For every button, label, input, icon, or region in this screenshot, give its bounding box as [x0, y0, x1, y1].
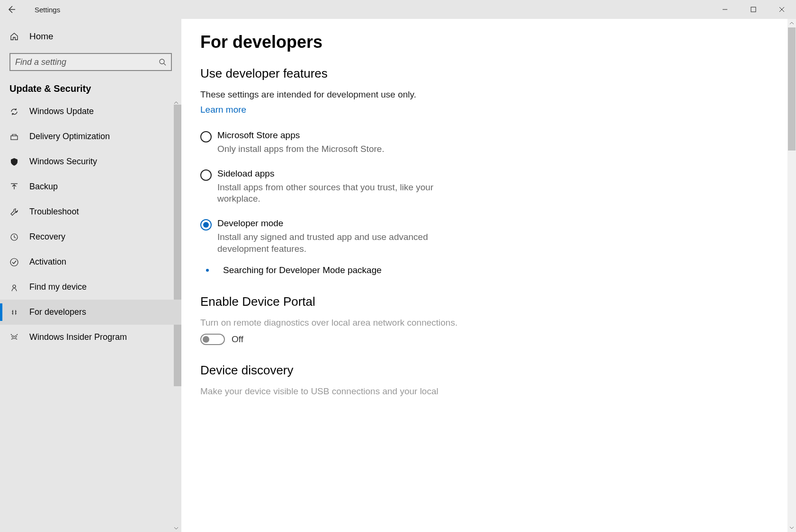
sidebar-nav: Windows Update Delivery Optimization Win… — [0, 99, 181, 532]
wrench-icon — [9, 207, 19, 217]
radio-sideload-apps[interactable]: Sideload apps Install apps from other so… — [200, 168, 617, 205]
dev-features-radio-group: Microsoft Store apps Only install apps f… — [200, 130, 617, 255]
page-title: For developers — [200, 32, 617, 52]
sidebar-scroll-down[interactable] — [172, 524, 180, 532]
minimize-icon — [722, 7, 728, 12]
developer-icon — [9, 308, 19, 317]
radio-indicator — [200, 131, 212, 142]
home-icon — [9, 32, 19, 41]
device-portal-desc: Turn on remote diagnostics over local ar… — [200, 318, 617, 328]
search-box[interactable] — [9, 53, 172, 71]
svg-point-12 — [15, 336, 17, 337]
toggle-state-label: Off — [232, 334, 243, 345]
status-row: Searching for Developer Mode package — [202, 265, 617, 275]
sidebar-item-label: Activation — [29, 257, 66, 267]
recovery-icon — [9, 232, 19, 242]
sidebar-item-label: Windows Insider Program — [29, 332, 127, 342]
content-pane: For developers Use developer features Th… — [181, 19, 796, 532]
radio-label: Microsoft Store apps — [217, 130, 385, 141]
chevron-down-icon — [174, 527, 179, 530]
home-button[interactable]: Home — [0, 25, 181, 48]
maximize-icon — [751, 7, 756, 12]
close-icon — [779, 7, 785, 12]
device-portal-toggle[interactable] — [200, 334, 225, 345]
check-circle-icon — [9, 257, 19, 267]
radio-desc: Install apps from other sources that you… — [217, 182, 445, 205]
toggle-thumb — [203, 336, 209, 343]
sidebar-item-recovery[interactable]: Recovery — [0, 224, 181, 249]
back-button[interactable] — [0, 0, 23, 19]
svg-rect-6 — [11, 136, 18, 140]
sidebar-item-label: Find my device — [29, 282, 87, 292]
learn-more-link[interactable]: Learn more — [200, 105, 246, 115]
section-device-discovery: Device discovery — [200, 363, 617, 378]
window-controls — [711, 0, 796, 19]
sidebar-item-label: Windows Update — [29, 106, 94, 116]
radio-microsoft-store-apps[interactable]: Microsoft Store apps Only install apps f… — [200, 130, 617, 155]
delivery-icon — [9, 132, 19, 142]
sidebar-item-find-my-device[interactable]: Find my device — [0, 275, 181, 300]
sidebar-item-windows-security[interactable]: Windows Security — [0, 149, 181, 174]
content-scrollbar[interactable] — [787, 19, 796, 532]
sidebar: Home Update & Security Windows Update De… — [0, 19, 181, 532]
sidebar-item-troubleshoot[interactable]: Troubleshoot — [0, 199, 181, 224]
chevron-down-icon — [789, 526, 794, 529]
sidebar-item-label: Backup — [29, 182, 58, 192]
insider-icon — [9, 333, 19, 342]
home-label: Home — [29, 31, 54, 42]
radio-desc: Only install apps from the Microsoft Sto… — [217, 143, 385, 155]
sidebar-item-insider-program[interactable]: Windows Insider Program — [0, 325, 181, 350]
section-use-developer-features: Use developer features — [200, 66, 617, 81]
sidebar-item-label: Troubleshoot — [29, 207, 79, 217]
location-icon — [9, 283, 19, 292]
radio-developer-mode[interactable]: Developer mode Install any signed and tr… — [200, 218, 617, 255]
sidebar-item-label: Windows Security — [29, 157, 97, 167]
search-input[interactable] — [15, 57, 159, 67]
radio-indicator — [200, 219, 212, 231]
backup-icon — [9, 182, 19, 192]
search-icon — [159, 58, 166, 66]
spinner-icon — [206, 269, 209, 272]
radio-desc: Install any signed and trusted app and u… — [217, 231, 445, 255]
sidebar-item-backup[interactable]: Backup — [0, 174, 181, 199]
svg-line-5 — [164, 63, 166, 65]
sidebar-item-label: For developers — [29, 307, 86, 317]
section-enable-device-portal: Enable Device Portal — [200, 294, 617, 309]
svg-point-9 — [10, 258, 18, 266]
chevron-up-icon — [789, 22, 794, 25]
device-discovery-desc: Make your device visible to USB connecti… — [200, 386, 617, 397]
content-scroll-up[interactable] — [787, 19, 796, 27]
radio-label: Sideload apps — [217, 168, 445, 179]
svg-rect-1 — [751, 7, 756, 12]
sync-icon — [9, 107, 19, 116]
arrow-left-icon — [7, 5, 16, 14]
sidebar-item-activation[interactable]: Activation — [0, 249, 181, 275]
dev-features-desc: These settings are intended for developm… — [200, 89, 617, 100]
sidebar-section-label: Update & Security — [0, 75, 181, 99]
sidebar-item-for-developers[interactable]: For developers — [0, 300, 181, 325]
title-bar: Settings — [0, 0, 796, 19]
sidebar-item-label: Recovery — [29, 232, 65, 242]
content-scrollbar-thumb[interactable] — [788, 27, 796, 151]
svg-point-4 — [160, 59, 164, 64]
svg-point-11 — [12, 336, 14, 337]
status-text: Searching for Developer Mode package — [223, 265, 382, 275]
shield-icon — [9, 157, 19, 167]
maximize-button[interactable] — [739, 0, 768, 19]
sidebar-item-windows-update[interactable]: Windows Update — [0, 99, 181, 124]
minimize-button[interactable] — [711, 0, 739, 19]
content-scroll-down[interactable] — [787, 523, 796, 532]
sidebar-item-delivery-optimization[interactable]: Delivery Optimization — [0, 124, 181, 149]
radio-indicator — [200, 169, 212, 181]
svg-point-10 — [13, 285, 16, 288]
close-button[interactable] — [768, 0, 796, 19]
radio-label: Developer mode — [217, 218, 445, 229]
window-title: Settings — [35, 6, 60, 14]
sidebar-item-label: Delivery Optimization — [29, 132, 110, 142]
